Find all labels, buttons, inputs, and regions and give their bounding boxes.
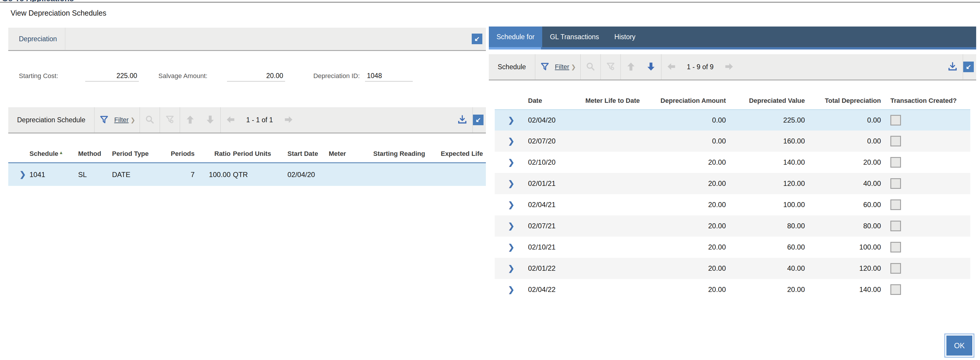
column-header-starting-reading[interactable]: Starting Reading <box>358 150 428 158</box>
download-icon <box>947 61 958 73</box>
row-detail-chevron-icon[interactable]: ❯ <box>508 200 514 209</box>
column-header-meter-life-to-date[interactable]: Meter Life to Date <box>583 97 642 105</box>
download-button[interactable] <box>452 114 473 126</box>
transaction-created-checkbox[interactable] <box>890 220 901 231</box>
salvage-amount-field[interactable]: 20.00 <box>227 71 285 82</box>
cell-depreciated-value: 120.00 <box>728 179 807 188</box>
next-row-button[interactable] <box>200 114 220 126</box>
column-header-method[interactable]: Method <box>78 150 112 158</box>
column-header-date[interactable]: Date <box>518 97 583 105</box>
table-title: Depreciation Schedule <box>8 116 94 124</box>
depreciation-fields: Starting Cost: 225.00 Salvage Amount: 20… <box>19 71 413 82</box>
cell-depreciation-amount: 20.00 <box>642 179 728 188</box>
transaction-created-checkbox[interactable] <box>890 157 901 168</box>
transaction-created-checkbox[interactable] <box>890 284 901 295</box>
transaction-created-checkbox[interactable] <box>890 200 901 210</box>
cell-period-type: DATE <box>112 171 161 179</box>
row-detail-chevron-icon[interactable]: ❯ <box>508 179 514 188</box>
arrow-right-icon <box>724 62 734 73</box>
pager: 1 - 1 of 1 <box>221 114 298 125</box>
clear-filter-icon <box>165 114 175 125</box>
column-header-depreciation-amount[interactable]: Depreciation Amount <box>642 97 728 105</box>
row-detail-chevron-icon[interactable]: ❯ <box>508 264 514 273</box>
starting-cost-field[interactable]: 225.00 <box>85 71 139 82</box>
column-header-ratio[interactable]: Ratio <box>197 150 233 158</box>
cell-depreciation-amount: 20.00 <box>642 285 728 294</box>
previous-row-button[interactable] <box>180 114 200 126</box>
filter-button[interactable] <box>535 62 554 72</box>
tab-gl-transactions[interactable]: GL Transactions <box>542 27 607 47</box>
transaction-created-checkbox[interactable] <box>890 263 901 274</box>
column-header-meter[interactable]: Meter <box>329 150 358 158</box>
transaction-created-checkbox[interactable] <box>890 136 901 146</box>
row-detail-chevron-icon[interactable]: ❯ <box>508 116 514 125</box>
ok-button[interactable]: OK <box>945 335 974 357</box>
search-button[interactable] <box>140 114 159 125</box>
search-icon <box>585 62 595 73</box>
minimize-section-button[interactable]: ↙ <box>472 33 482 44</box>
row-detail-chevron-icon[interactable]: ❯ <box>508 137 514 146</box>
table-row[interactable]: ❯ 02/01/21 20.00 120.00 40.00 <box>495 173 970 194</box>
download-button[interactable] <box>943 61 963 73</box>
cell-ratio: 100.00 <box>197 171 233 179</box>
cell-schedule: 1041 <box>29 171 78 179</box>
column-header-depreciated-value[interactable]: Depreciated Value <box>728 97 807 105</box>
row-detail-chevron-icon[interactable]: ❯ <box>508 243 514 252</box>
cell-method: SL <box>78 171 112 179</box>
row-detail-chevron-icon[interactable]: ❯ <box>508 158 514 167</box>
pager: 1 - 9 of 9 <box>662 62 739 73</box>
clear-filter-button[interactable] <box>160 114 180 125</box>
transaction-created-checkbox[interactable] <box>890 178 901 189</box>
tab-schedule-for[interactable]: Schedule for <box>489 27 542 47</box>
expand-filter-chevron-icon[interactable]: ❯ <box>571 63 580 70</box>
row-detail-chevron-icon[interactable]: ❯ <box>19 170 26 179</box>
dialog-title: View Depreciation Schedules <box>11 9 107 17</box>
cell-date: 02/10/21 <box>518 243 583 251</box>
table-row[interactable]: ❯ 02/10/21 20.00 60.00 100.00 <box>495 236 970 258</box>
filter-link[interactable]: Filter <box>554 63 571 71</box>
cell-depreciation-amount: 0.00 <box>642 137 728 145</box>
next-row-button[interactable] <box>641 61 661 73</box>
column-header-total-depreciation[interactable]: Total Depreciation <box>807 97 883 105</box>
column-header-period-type[interactable]: Period Type <box>112 150 161 158</box>
column-header-periods[interactable]: Periods <box>161 150 197 158</box>
table-row[interactable]: ❯ 1041 SL DATE 7 100.00 QTR 02/04/20 <box>8 162 486 186</box>
column-header-schedule[interactable]: Schedule▲ <box>29 150 78 158</box>
table-row[interactable]: ❯ 02/04/21 20.00 100.00 60.00 <box>495 194 970 215</box>
previous-page-button[interactable] <box>662 62 681 73</box>
table-row[interactable]: ❯ 02/07/21 20.00 80.00 80.00 <box>495 215 970 236</box>
filter-link[interactable]: Filter <box>113 116 130 124</box>
cell-depreciated-value: 225.00 <box>728 116 807 124</box>
row-detail-chevron-icon[interactable]: ❯ <box>508 222 514 231</box>
table-header-row: Date Meter Life to Date Depreciation Amo… <box>495 81 970 109</box>
tab-history[interactable]: History <box>607 27 643 47</box>
row-detail-chevron-icon[interactable]: ❯ <box>508 285 514 294</box>
filter-button[interactable] <box>95 115 113 125</box>
minimize-table-button[interactable]: ↙ <box>473 114 484 125</box>
column-header-period-units[interactable]: Period Units <box>233 150 288 158</box>
table-row[interactable]: ❯ 02/10/20 20.00 140.00 20.00 <box>495 152 970 173</box>
cell-depreciated-value: 140.00 <box>728 158 807 167</box>
cell-date: 02/04/22 <box>518 285 583 294</box>
table-row[interactable]: ❯ 02/07/20 0.00 160.00 0.00 <box>495 130 970 152</box>
depreciation-id-field[interactable]: 1048 <box>365 71 413 82</box>
cell-start-date: 02/04/20 <box>288 171 329 179</box>
expand-filter-chevron-icon[interactable]: ❯ <box>130 116 140 124</box>
cell-depreciation-amount: 20.00 <box>642 222 728 230</box>
table-row[interactable]: ❯ 02/01/22 20.00 40.00 120.00 <box>495 258 970 279</box>
clear-filter-button[interactable] <box>601 62 620 73</box>
table-row[interactable]: ❯ 02/04/20 0.00 225.00 0.00 <box>495 109 970 130</box>
column-header-expected-life[interactable]: Expected Life <box>428 150 486 158</box>
cell-depreciation-amount: 0.00 <box>642 116 728 124</box>
column-header-transaction-created[interactable]: Transaction Created? <box>883 97 970 105</box>
next-page-button[interactable] <box>279 114 298 125</box>
transaction-created-checkbox[interactable] <box>890 115 901 125</box>
next-page-button[interactable] <box>719 62 739 73</box>
transaction-created-checkbox[interactable] <box>890 242 901 252</box>
column-header-start-date[interactable]: Start Date <box>288 150 329 158</box>
previous-page-button[interactable] <box>221 114 240 125</box>
previous-row-button[interactable] <box>621 61 641 73</box>
search-button[interactable] <box>581 62 600 73</box>
minimize-table-button[interactable]: ↙ <box>963 62 974 72</box>
table-row[interactable]: ❯ 02/04/22 20.00 20.00 140.00 <box>495 279 970 300</box>
